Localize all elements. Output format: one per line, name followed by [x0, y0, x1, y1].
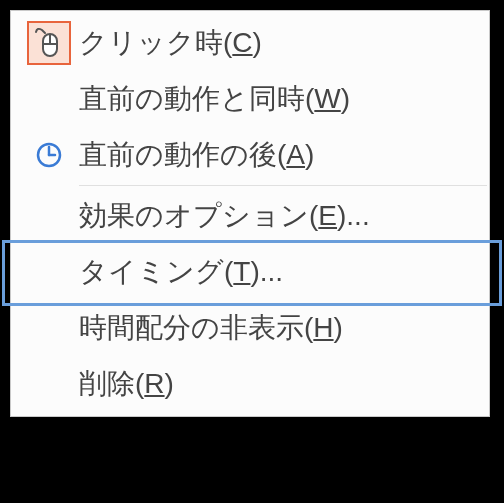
- menu-item-hide-timeline[interactable]: 時間配分の非表示(H): [13, 300, 487, 356]
- mouse-click-icon: [27, 21, 71, 65]
- menu-separator: [79, 185, 487, 186]
- menu-item-label: 時間配分の非表示(H): [79, 309, 343, 347]
- menu-item-label: タイミング(T)...: [79, 253, 283, 291]
- menu-item-label: 直前の動作と同時(W): [79, 80, 350, 118]
- menu-item-label: 効果のオプション(E)...: [79, 197, 370, 235]
- context-menu: クリック時(C) 直前の動作と同時(W) 直前の動作の後(A): [10, 10, 490, 417]
- menu-item-on-click[interactable]: クリック時(C): [13, 15, 487, 71]
- menu-item-label: 削除(R): [79, 365, 174, 403]
- menu-item-effect-options[interactable]: 効果のオプション(E)...: [13, 188, 487, 244]
- menu-item-with-previous[interactable]: 直前の動作と同時(W): [13, 71, 487, 127]
- menu-item-timing[interactable]: タイミング(T)...: [13, 244, 487, 300]
- clock-icon: [27, 133, 71, 177]
- menu-item-after-previous[interactable]: 直前の動作の後(A): [13, 127, 487, 183]
- menu-item-label: クリック時(C): [79, 24, 262, 62]
- menu-item-remove[interactable]: 削除(R): [13, 356, 487, 412]
- menu-item-label: 直前の動作の後(A): [79, 136, 314, 174]
